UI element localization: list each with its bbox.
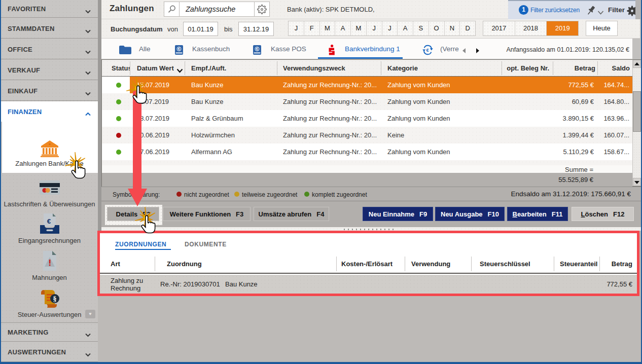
neu-ausgabe-button[interactable]: Neu AusgabeF10 bbox=[435, 207, 505, 221]
button-inner: Umsätze abrufenF4 bbox=[254, 207, 329, 221]
favorite-heart-icon[interactable]: ♥ bbox=[85, 310, 95, 318]
month-button-mar[interactable]: M bbox=[320, 21, 336, 35]
year-button-2019[interactable]: 2019 bbox=[547, 21, 578, 35]
month-button-feb[interactable]: F bbox=[304, 21, 320, 35]
bearbeiten-button[interactable]: BearbeitenF11 bbox=[507, 207, 568, 221]
loeschen-button[interactable]: LöschenF12 bbox=[572, 207, 634, 221]
today-button[interactable]: Heute bbox=[586, 21, 618, 36]
year-button-2018[interactable]: 2018 bbox=[515, 21, 547, 35]
date-from-input[interactable] bbox=[183, 22, 218, 36]
summe-row bbox=[102, 165, 632, 173]
table-row[interactable]: 11.07.2019 Bau Kunze Zahlung zur Rechnun… bbox=[102, 93, 632, 110]
month-button-nov[interactable]: N bbox=[445, 21, 460, 35]
tab-bankverbindung-1[interactable]: Bankverbindung 1 bbox=[345, 45, 400, 53]
paragraph-scroll-icon[interactable]: § bbox=[40, 289, 60, 311]
details-button[interactable]: DetailsF2 bbox=[107, 207, 159, 221]
scroll-right-icon[interactable] bbox=[475, 47, 480, 56]
pin-icon[interactable] bbox=[585, 5, 596, 19]
table-row[interactable]: 30.06.2019 Holzwürmchen Zahlung zur Rech… bbox=[102, 127, 632, 143]
detail-column-kosten-erloesart[interactable]: Kosten-/Erlösart bbox=[341, 254, 393, 274]
drag-dots-icon bbox=[344, 229, 395, 230]
weitere-funktionen-button[interactable]: Weitere FunktionenF3 bbox=[163, 207, 251, 221]
column-header-verwendungszweck[interactable]: Verwendungszweck bbox=[283, 60, 345, 77]
detail-column-art[interactable]: Art bbox=[111, 254, 120, 274]
button-inner: Weitere FunktionenF3 bbox=[163, 207, 250, 221]
search-settings-button[interactable] bbox=[254, 2, 270, 17]
year-button-2017[interactable]: 2017 bbox=[483, 21, 515, 35]
scrollbar-up-button[interactable] bbox=[633, 60, 641, 68]
bank-icon[interactable] bbox=[41, 140, 59, 159]
month-button-jul[interactable]: J bbox=[382, 21, 398, 35]
scrollbar-thumb[interactable] bbox=[633, 91, 641, 132]
detail-column-betrag[interactable]: Betrag bbox=[599, 254, 634, 274]
sidebar-section-auswertungen[interactable]: AUSWERTUNGEN bbox=[1, 342, 98, 362]
tab-alle[interactable]: Alle bbox=[139, 45, 151, 53]
sidebar-section-marketing[interactable]: MARKETING bbox=[1, 322, 98, 342]
month-button-mai[interactable]: M bbox=[351, 21, 367, 35]
scroll-left-icon[interactable] bbox=[462, 47, 467, 56]
sidebar-section-verkauf[interactable]: VERKAUF bbox=[1, 60, 98, 80]
month-button-jan[interactable]: J bbox=[289, 21, 304, 35]
sidebar-section-label: EINKAUF bbox=[8, 87, 38, 94]
warning-document-icon[interactable] bbox=[43, 251, 56, 273]
sync-euro-icon: € bbox=[422, 45, 434, 57]
column-header-status[interactable]: Status bbox=[112, 60, 130, 77]
sidebar-item-zahlungen-bank-kasse[interactable]: Zahlungen Bank/Kasse bbox=[1, 160, 98, 167]
buchungsdatum-label: Buchungsdatum bbox=[111, 25, 163, 33]
month-button-apr[interactable]: A bbox=[335, 21, 351, 35]
sort-descending-icon[interactable] bbox=[176, 66, 183, 75]
detail-cell-amount: 772,55 € bbox=[599, 280, 634, 288]
scrollbar-down-button[interactable] bbox=[633, 178, 641, 186]
column-separator bbox=[336, 257, 337, 271]
table-row[interactable]: 15.07.2019 Bau Kunze Zahlung zur Rechnun… bbox=[102, 77, 632, 93]
credit-card-icon[interactable] bbox=[40, 180, 60, 197]
cell-payee: Alfermann AG bbox=[191, 143, 232, 160]
search-icon-button[interactable] bbox=[164, 2, 180, 17]
chevron-down-icon[interactable] bbox=[597, 8, 604, 17]
sidebar-item-mahnungen[interactable]: Mahnungen bbox=[1, 274, 98, 281]
column-header-kategorie[interactable]: Kategorie bbox=[387, 60, 418, 77]
column-header-saldo[interactable]: Saldo bbox=[597, 60, 630, 77]
sidebar-item-lastschriften[interactable]: Lastschriften & Überweisungen bbox=[1, 200, 98, 208]
filter-reset-link[interactable]: Filter zurücksetzen bbox=[530, 7, 580, 14]
vertical-scrollbar[interactable] bbox=[632, 60, 641, 186]
sidebar-section-favoriten[interactable]: FAVORITEN bbox=[1, 0, 98, 18]
cell-amount: 1.399,44 € bbox=[553, 127, 594, 143]
column-header-betrag[interactable]: Betrag bbox=[553, 60, 595, 77]
neu-einnahme-button[interactable]: Neu EinnahmeF9 bbox=[363, 207, 433, 221]
column-header-datum-wert[interactable]: Datum Wert bbox=[137, 60, 174, 77]
detail-column-verwendung[interactable]: Verwendung bbox=[411, 254, 450, 274]
column-header-opt-beleg-nr[interactable]: opt. Beleg Nr. bbox=[506, 60, 549, 77]
detail-tab-dokumente[interactable]: DOKUMENTE bbox=[185, 241, 227, 248]
month-button-jun[interactable]: J bbox=[367, 21, 382, 35]
filter-label[interactable]: Filter bbox=[608, 6, 625, 14]
detail-column-steueranteil[interactable]: Steueranteil bbox=[560, 254, 598, 274]
table-row[interactable]: 08.07.2019 Palz & Grünbaum Zahlung zur R… bbox=[102, 110, 632, 127]
detail-tab-zuordnungen[interactable]: ZUORDNUNGEN bbox=[115, 241, 166, 248]
legend-yellow-dot bbox=[234, 192, 239, 197]
sidebar-section-finanzen[interactable]: FINANZEN bbox=[1, 101, 98, 122]
splitter-handle[interactable] bbox=[101, 227, 641, 231]
umsaetze-abrufen-button[interactable]: Umsätze abrufenF4 bbox=[254, 207, 329, 221]
tab-verrechnung[interactable]: (Verre bbox=[440, 45, 459, 53]
month-button-sep[interactable]: S bbox=[413, 21, 429, 35]
search-input[interactable] bbox=[179, 2, 255, 17]
table-row[interactable]: 07.06.2019 Alfermann AG Zahlung zur Rech… bbox=[102, 143, 632, 160]
tab-kassenbuch[interactable]: Kassenbuch bbox=[192, 45, 230, 53]
button-hotkey: F10 bbox=[488, 210, 499, 218]
month-button-okt[interactable]: O bbox=[429, 21, 445, 35]
sidebar-item-steuer-auswertungen[interactable]: Steuer-Auswertungen bbox=[1, 311, 98, 318]
date-to-input[interactable] bbox=[238, 22, 274, 36]
detail-column-steuerschluessel[interactable]: Steuerschlüssel bbox=[480, 254, 530, 274]
month-button-aug[interactable]: A bbox=[398, 21, 413, 35]
sidebar-section-einkauf[interactable]: EINKAUF bbox=[1, 81, 98, 101]
detail-row[interactable]: Zahlung zu Rechnung Re.-Nr: 2019030701 B… bbox=[100, 275, 637, 294]
month-button-dez[interactable]: D bbox=[460, 21, 475, 35]
tab-kasse-pos[interactable]: Kasse POS bbox=[271, 45, 306, 53]
sidebar-section-stammdaten[interactable]: STAMMDATEN bbox=[1, 18, 98, 39]
sidebar-item-eingangsrechnungen[interactable]: Eingangsrechnungen bbox=[1, 237, 98, 244]
column-header-empf-auft[interactable]: Empf./Auft. bbox=[191, 60, 226, 77]
detail-column-zuordnung[interactable]: Zuordnung bbox=[167, 254, 202, 274]
inbox-euro-icon[interactable]: € bbox=[40, 213, 59, 236]
sidebar-section-office[interactable]: OFFICE bbox=[1, 39, 98, 59]
